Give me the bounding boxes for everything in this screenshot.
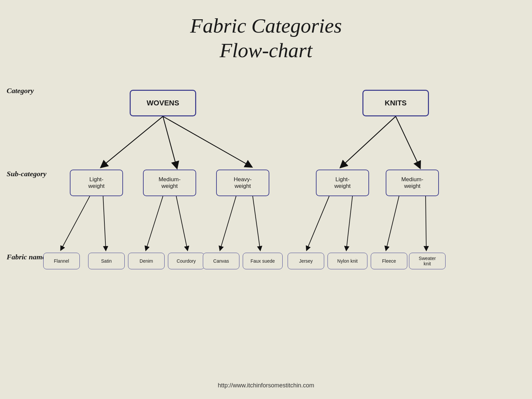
svg-line-11: [307, 196, 329, 249]
box-fleece: Fleece: [371, 253, 407, 269]
label-fabricname: Fabric name: [7, 253, 46, 261]
box-sweaterknit: Sweaterknit: [409, 253, 446, 269]
box-mediumweight-knits: Medium-weight: [386, 170, 439, 196]
box-heavyweight-wovens: Heavy-weight: [216, 170, 269, 196]
box-lightweight-wovens: Light-weight: [70, 170, 123, 196]
box-courdory: Courdory: [168, 253, 204, 269]
svg-line-4: [103, 196, 106, 249]
label-subcategory: Sub-category: [7, 170, 47, 178]
box-knits: KNITS: [362, 90, 429, 116]
svg-line-12: [346, 196, 352, 249]
svg-line-10: [396, 116, 419, 166]
box-satin: Satin: [88, 253, 125, 269]
box-wovens: WOVENS: [130, 90, 196, 116]
box-canvas: Canvas: [203, 253, 239, 269]
page-title: Fabric Categories Flow-chart: [0, 0, 532, 63]
svg-line-0: [103, 116, 163, 166]
svg-line-14: [426, 196, 426, 249]
svg-line-6: [176, 196, 187, 249]
svg-line-2: [163, 116, 249, 166]
svg-line-1: [163, 116, 176, 166]
box-denim: Denim: [128, 253, 165, 269]
svg-line-5: [146, 196, 163, 249]
box-flannel: Flannel: [43, 253, 80, 269]
label-category: Category: [7, 86, 34, 95]
svg-line-9: [342, 116, 396, 166]
footer-url: http://www.itchinforsomestitchin.com: [0, 382, 532, 389]
svg-line-8: [253, 196, 260, 249]
box-lightweight-knits: Light-weight: [316, 170, 369, 196]
svg-line-7: [220, 196, 236, 249]
svg-line-3: [62, 196, 90, 249]
box-fauxsuede: Faux suede: [243, 253, 283, 269]
box-jersey: Jersey: [288, 253, 324, 269]
box-nylonknit: Nylon knit: [328, 253, 367, 269]
svg-line-13: [386, 196, 399, 249]
box-mediumweight-wovens: Medium-weight: [143, 170, 196, 196]
